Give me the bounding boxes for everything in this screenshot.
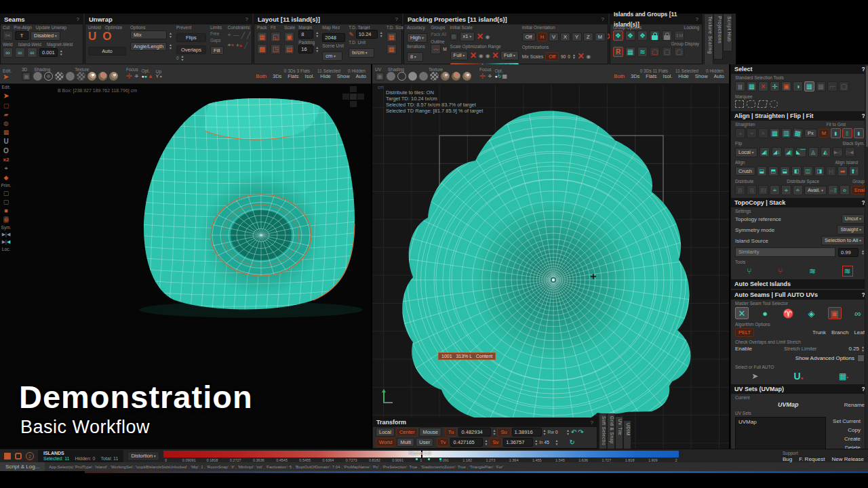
align-island-h-icon[interactable]: ➡ (837, 166, 848, 176)
magnet-weld-value[interactable]: 0.001 (39, 48, 58, 57)
axis-remove-icon[interactable]: +× (236, 42, 242, 49)
dist-v2-icon[interactable]: ≑ (781, 185, 791, 195)
pin-remove-icon[interactable]: ⌖× (228, 41, 234, 49)
vpuv-mode-3ds[interactable]: 3Ds (629, 73, 642, 79)
vpuv-mode-auto[interactable]: Auto (712, 73, 726, 79)
opt-warning-icon[interactable]: ▲ (148, 73, 153, 79)
initial-scale-dropdown[interactable]: x1 (460, 32, 475, 41)
outline-wave-icon[interactable]: 〰 (431, 44, 441, 54)
vp3d-mode-show[interactable]: Show (335, 73, 352, 79)
fit-cell2-icon[interactable]: ▯ (842, 128, 852, 138)
rw-value[interactable]: 0 (555, 430, 565, 434)
orient-y[interactable]: Y (572, 33, 582, 41)
support-feature-link[interactable]: F. Request (799, 456, 825, 462)
select-section-header[interactable]: Select? (731, 64, 868, 74)
dist-h3-icon[interactable]: |▯| (758, 185, 768, 195)
limits-free[interactable]: Free (210, 31, 224, 36)
tab-projections[interactable]: Projections (713, 14, 723, 60)
uv-shade-grey-icon[interactable] (419, 72, 428, 81)
pack-plus-icon[interactable]: ▩ (257, 44, 267, 54)
loop-icon[interactable] (15, 453, 22, 460)
mix-stepper[interactable]: ▲▼ (169, 32, 172, 38)
select-pie-icon[interactable]: ◑ (793, 81, 803, 92)
tab-soft-selection[interactable]: Soft Selectio (599, 413, 607, 454)
tab-script-hub[interactable]: Script Hub (723, 14, 732, 52)
dist-v1-icon[interactable]: ≐ (770, 185, 780, 195)
topology-reference-dropdown[interactable]: Uncut (842, 214, 865, 224)
vpuv-mode-both[interactable]: Both (612, 73, 627, 79)
viewport-uv[interactable]: UVShadingTexture ▣ Focus ✛⌖ Opt. ●↻▦ (372, 64, 729, 449)
limits-fill[interactable]: Fill (210, 46, 224, 55)
align-island-v-icon[interactable]: ⬆↑ (849, 166, 859, 176)
eyedropper-icon[interactable]: ✎ (349, 31, 354, 38)
flip-h-icon[interactable]: ◢| (760, 147, 770, 157)
td-scale-down-icon[interactable]: ▦ (387, 44, 397, 54)
straighten-v-icon[interactable]: ⫟ (747, 128, 757, 138)
tv-value[interactable]: 0.427165 (450, 438, 483, 447)
up-axis-dropdown[interactable]: Y (156, 74, 162, 79)
group-r-icon[interactable]: R (613, 47, 623, 57)
uv-checker-icon[interactable] (430, 72, 439, 81)
display-box3-icon[interactable]: ▢ (674, 47, 684, 57)
vp3d-mode-auto[interactable]: Auto (354, 73, 368, 79)
td-target-value[interactable]: 10.24 (356, 30, 378, 39)
mix-scales-clear-icon[interactable]: × (578, 50, 584, 62)
stack-islands-icon[interactable]: ≋ (809, 266, 816, 276)
cut-seam-icon[interactable]: ✂ (3, 30, 13, 41)
flips-button[interactable]: Flips (176, 33, 206, 42)
tu-value[interactable]: 0.482934 (458, 428, 491, 436)
groups-value[interactable]: Pack All (431, 32, 446, 37)
dist-h2-icon[interactable]: ▯| (747, 185, 757, 195)
magnet-weld-stepper[interactable]: ▲▼ (60, 49, 63, 56)
layout-help[interactable]: ? (395, 14, 398, 24)
clear-selection-icon[interactable]: × (758, 81, 768, 92)
unwrap-auto-button[interactable]: Auto (88, 47, 126, 56)
align-island-sep-icon[interactable]: |▫| (826, 166, 836, 176)
unlock-icon[interactable] (662, 30, 672, 41)
flip-v-icon[interactable]: ◢↓ (772, 147, 782, 157)
topocopy-section-header[interactable]: TopoCopy | Stack? (731, 198, 868, 207)
flip-w-icon[interactable]: ◬ (808, 147, 818, 157)
select-grid-icon[interactable]: ▦ (747, 81, 757, 92)
vpuv-mode-isol[interactable]: Isol. (661, 73, 675, 79)
frame-icon[interactable]: ▣ (22, 72, 31, 81)
range-left-dropdown[interactable]: Full (450, 51, 469, 60)
select-lines-icon[interactable]: ||| (735, 81, 745, 92)
viewport-3d[interactable]: Edit. ➤ 3DShadingTexture ▣ Focus ✛⌖ Opt. (0, 64, 371, 449)
in-stepper[interactable]: ▲▼ (555, 439, 559, 445)
map-rez-value[interactable]: 2048 (322, 33, 345, 42)
angle-length-stepper[interactable]: ▲▼ (169, 43, 172, 49)
auto-seams-header[interactable]: Auto Seams | Full AUTO UVs? (731, 290, 868, 300)
angle-length-dropdown[interactable]: Angle/Length (130, 42, 167, 51)
pin-icon[interactable]: ⌖ (228, 31, 231, 39)
vp3d-mode-both[interactable]: Both (254, 73, 269, 79)
focus-crosshair-icon[interactable]: ✛ (126, 72, 132, 81)
transform-multi[interactable]: Multi (397, 438, 414, 447)
create-button[interactable]: Create (829, 434, 865, 443)
seam-figure-icon[interactable]: ♈ (781, 307, 795, 319)
topo-tree-target-icon[interactable]: ⑂ (778, 266, 783, 276)
group-stack-icon[interactable]: ≋ (637, 47, 648, 57)
scale-icon[interactable]: ▣ (284, 32, 294, 42)
uv-paint-icon[interactable] (452, 72, 460, 81)
align-bottom-icon[interactable]: ⬓ (757, 166, 767, 176)
padding-value[interactable]: 16 (298, 45, 313, 54)
orient-h[interactable]: H (537, 33, 547, 41)
su-value[interactable]: 1.38916 (512, 428, 542, 436)
range-left-eye-icon[interactable]: ◉ (479, 53, 484, 59)
vp3d-mode-flats[interactable]: Flats (285, 73, 300, 79)
scale-alt-icon[interactable]: ▤ (284, 44, 294, 54)
auto-pack-icon[interactable]: ▦▪ (839, 371, 848, 381)
range-right-clear-icon[interactable]: × (492, 49, 498, 62)
mix-scales-eye-icon[interactable]: ◉ (586, 54, 591, 60)
initial-scale-eye-icon[interactable]: ◉ (486, 34, 490, 40)
range-left-clear-icon[interactable]: × (470, 49, 476, 62)
diag-constraint-icon[interactable]: ╱ (241, 32, 245, 39)
texture-clay-icon[interactable] (109, 72, 118, 81)
leaf-button[interactable]: Leaf (854, 329, 865, 336)
uv-mesh[interactable] (372, 85, 729, 449)
align-middle-icon[interactable]: ⬒ (768, 166, 778, 176)
transform-world[interactable]: World (376, 438, 395, 447)
select-grid3-icon[interactable]: ▦ (816, 81, 826, 92)
support-bug-link[interactable]: Bug (783, 456, 792, 462)
